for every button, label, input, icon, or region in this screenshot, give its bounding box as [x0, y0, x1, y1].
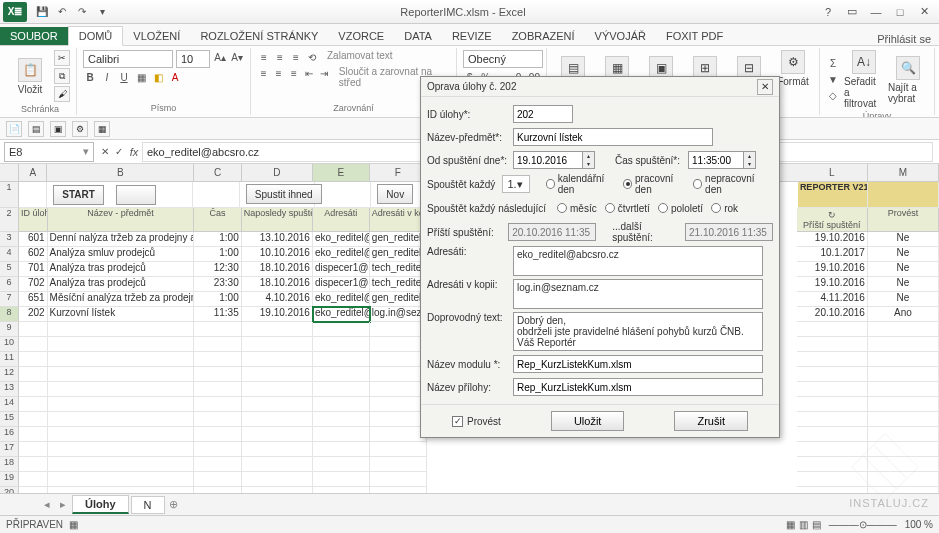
cell-time[interactable]: 11:35: [194, 307, 242, 322]
row-header[interactable]: 17: [0, 442, 19, 457]
cell-cc[interactable]: tech_reditel@a: [370, 262, 427, 277]
autosum-icon[interactable]: Σ: [826, 57, 840, 71]
radio-year[interactable]: rok: [711, 203, 738, 214]
cell-name[interactable]: Analýza tras prodejců: [48, 262, 195, 277]
row-header[interactable]: 11: [0, 352, 19, 367]
radio-work-day[interactable]: pracovní den: [623, 173, 685, 195]
fill-icon[interactable]: ▼: [826, 73, 840, 87]
cut-icon[interactable]: ✂: [54, 50, 70, 66]
cell-name[interactable]: Měsíční analýza tržeb za prodejny a kom: [48, 292, 195, 307]
cell-lastrun[interactable]: 10.10.2016: [242, 247, 313, 262]
sheet-tab-ulohy[interactable]: Úlohy: [72, 495, 129, 514]
clear-icon[interactable]: ◇: [826, 89, 840, 103]
row-header[interactable]: 13: [0, 382, 19, 397]
body-text-input[interactable]: Dobrý den, obdrželi jste pravidelné hláš…: [513, 312, 763, 351]
col-B[interactable]: B: [47, 164, 194, 181]
radio-month[interactable]: měsíc: [557, 203, 597, 214]
cell-nextrun[interactable]: 19.10.2016: [797, 232, 868, 247]
tab-insert[interactable]: VLOŽENÍ: [123, 27, 190, 45]
sheet-nav-prev-icon[interactable]: ◂: [40, 498, 54, 511]
task-name-input[interactable]: [513, 128, 713, 146]
cell-recipients[interactable]: dispecer1@ab: [313, 262, 370, 277]
start-time-input[interactable]: [688, 151, 744, 169]
cell-recipients[interactable]: eko_reditel@a: [313, 292, 370, 307]
dialog-close-icon[interactable]: ✕: [757, 79, 773, 95]
tab-developer[interactable]: VÝVOJÁŘ: [585, 27, 656, 45]
radio-quarter[interactable]: čtvrtletí: [605, 203, 650, 214]
cell-cc[interactable]: gen_reditel@ab: [370, 232, 427, 247]
cc-input[interactable]: log.in@seznam.cz: [513, 279, 763, 309]
paste-button[interactable]: 📋Vložit: [10, 58, 50, 95]
cell-nextrun[interactable]: 20.10.2016: [797, 307, 868, 322]
row-header-1[interactable]: 1: [0, 182, 19, 208]
cell-id[interactable]: 702: [19, 277, 48, 292]
sheet-tab-n[interactable]: N: [131, 496, 165, 514]
indent-dec-icon[interactable]: ⇤: [302, 66, 315, 80]
cancel-button[interactable]: Zrušit: [674, 411, 748, 431]
row-header[interactable]: 16: [0, 427, 19, 442]
align-bot-icon[interactable]: ≡: [289, 50, 303, 64]
cell-lastrun[interactable]: 4.10.2016: [242, 292, 313, 307]
italic-button[interactable]: I: [100, 70, 114, 84]
row-header[interactable]: 8: [0, 307, 19, 322]
shrink-font-icon[interactable]: A▾: [230, 50, 244, 64]
align-mid-icon[interactable]: ≡: [273, 50, 287, 64]
tb-icon-4[interactable]: ⚙: [72, 121, 88, 137]
enter-formula-icon[interactable]: ✓: [112, 145, 126, 159]
tab-layout[interactable]: ROZLOŽENÍ STRÁNKY: [190, 27, 328, 45]
undo-icon[interactable]: ↶: [55, 5, 69, 19]
row-header[interactable]: 3: [0, 232, 19, 247]
bold-button[interactable]: B: [83, 70, 97, 84]
cell-execute[interactable]: Ne: [868, 232, 939, 247]
nov-button[interactable]: Nov: [377, 184, 413, 204]
macro-icon[interactable]: ▦: [69, 519, 78, 530]
indent-inc-icon[interactable]: ⇥: [318, 66, 331, 80]
align-left-icon[interactable]: ≡: [257, 66, 270, 80]
cell-recipients[interactable]: dispecer1@ab: [313, 277, 370, 292]
name-box[interactable]: E8▾: [4, 142, 94, 162]
find-select-button[interactable]: 🔍Najít a vybrat: [888, 56, 928, 104]
row-header[interactable]: 4: [0, 247, 19, 262]
cell-cc[interactable]: gen_reditel@ab: [370, 247, 427, 262]
every-n-combo[interactable]: 1. ▾: [502, 175, 530, 193]
col-L[interactable]: L: [797, 164, 868, 181]
cell-time[interactable]: 1:00: [194, 232, 242, 247]
cell-id[interactable]: 202: [19, 307, 48, 322]
tb-icon-1[interactable]: 📄: [6, 121, 22, 137]
tab-foxit[interactable]: Foxit PDF: [656, 27, 733, 45]
cell-id[interactable]: 602: [19, 247, 48, 262]
attachment-name-input[interactable]: [513, 378, 763, 396]
signin-link[interactable]: Přihlásit se: [869, 33, 939, 45]
fill-color-icon[interactable]: ◧: [151, 70, 165, 84]
cell-nextrun[interactable]: 4.11.2016: [797, 292, 868, 307]
font-size-combo[interactable]: 10: [176, 50, 210, 68]
copy-icon[interactable]: ⧉: [54, 68, 70, 84]
cell-time[interactable]: 12:30: [194, 262, 242, 277]
col-M[interactable]: M: [868, 164, 939, 181]
cell-lastrun[interactable]: 18.10.2016: [242, 262, 313, 277]
minimize-icon[interactable]: ―: [865, 3, 887, 21]
refresh-icon[interactable]: ↻: [799, 210, 865, 220]
cell-execute[interactable]: Ne: [868, 262, 939, 277]
row-header[interactable]: 5: [0, 262, 19, 277]
cell-nextrun[interactable]: 10.1.2017: [797, 247, 868, 262]
col-F[interactable]: F: [370, 164, 427, 181]
row-header[interactable]: 18: [0, 457, 19, 472]
run-now-button[interactable]: Spustit ihned: [246, 184, 322, 204]
tb-icon-5[interactable]: ▦: [94, 121, 110, 137]
close-icon[interactable]: ✕: [913, 3, 935, 21]
font-name-combo[interactable]: Calibri: [83, 50, 173, 68]
cell-recipients[interactable]: eko_reditel@a: [313, 247, 370, 262]
tab-data[interactable]: DATA: [394, 27, 442, 45]
ribbon-collapse-icon[interactable]: ▭: [841, 3, 863, 21]
cell-lastrun[interactable]: 13.10.2016: [242, 232, 313, 247]
orientation-icon[interactable]: ⟲: [305, 50, 319, 64]
align-right-icon[interactable]: ≡: [287, 66, 300, 80]
sheet-add-icon[interactable]: ⊕: [167, 498, 181, 511]
cell-nextrun[interactable]: 19.10.2016: [797, 262, 868, 277]
cell-execute[interactable]: Ne: [868, 292, 939, 307]
tab-review[interactable]: REVIZE: [442, 27, 502, 45]
cell-name[interactable]: Denní nalýza tržeb za prodejny a komod: [48, 232, 195, 247]
row-header[interactable]: 7: [0, 292, 19, 307]
module-name-input[interactable]: [513, 355, 763, 373]
